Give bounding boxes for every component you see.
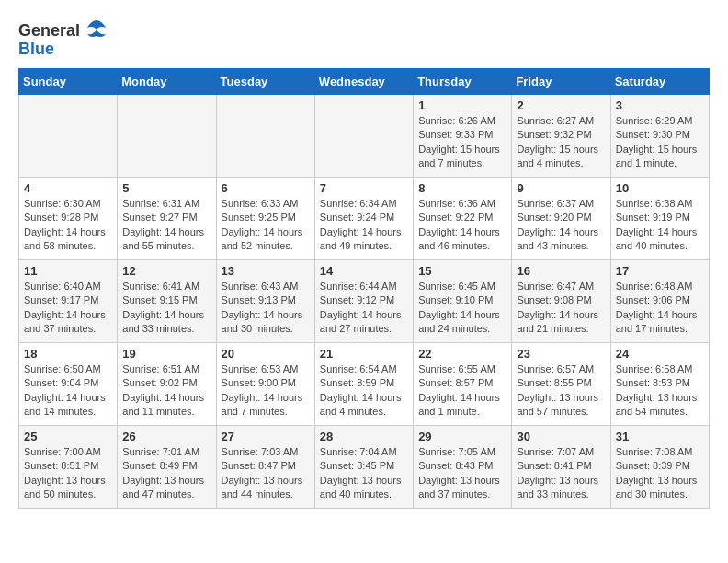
- day-cell: 19Sunrise: 6:51 AM Sunset: 9:02 PM Dayli…: [118, 343, 216, 426]
- day-cell: 31Sunrise: 7:08 AM Sunset: 8:39 PM Dayli…: [610, 426, 709, 509]
- day-content: Sunrise: 6:31 AM Sunset: 9:27 PM Dayligh…: [122, 197, 210, 254]
- day-cell: 30Sunrise: 7:07 AM Sunset: 8:41 PM Dayli…: [512, 426, 610, 509]
- day-cell: 14Sunrise: 6:44 AM Sunset: 9:12 PM Dayli…: [314, 260, 413, 343]
- week-row-5: 25Sunrise: 7:00 AM Sunset: 8:51 PM Dayli…: [19, 426, 710, 509]
- day-cell: 24Sunrise: 6:58 AM Sunset: 8:53 PM Dayli…: [610, 343, 709, 426]
- week-row-2: 4Sunrise: 6:30 AM Sunset: 9:28 PM Daylig…: [19, 178, 710, 260]
- day-number: 6: [222, 181, 310, 195]
- day-content: Sunrise: 6:37 AM Sunset: 9:20 PM Dayligh…: [517, 197, 605, 254]
- day-cell: 22Sunrise: 6:55 AM Sunset: 8:57 PM Dayli…: [414, 343, 512, 426]
- day-number: 28: [320, 430, 408, 443]
- day-number: 29: [418, 430, 506, 443]
- page-header: General Blue: [18, 18, 710, 59]
- day-content: Sunrise: 7:05 AM Sunset: 8:43 PM Dayligh…: [418, 445, 506, 502]
- day-content: Sunrise: 6:41 AM Sunset: 9:15 PM Dayligh…: [122, 280, 210, 337]
- day-content: Sunrise: 6:55 AM Sunset: 8:57 PM Dayligh…: [418, 362, 506, 419]
- day-content: Sunrise: 7:07 AM Sunset: 8:41 PM Dayligh…: [517, 445, 605, 502]
- day-cell: 27Sunrise: 7:03 AM Sunset: 8:47 PM Dayli…: [216, 426, 314, 509]
- header-cell-wednesday: Wednesday: [314, 69, 413, 95]
- day-cell: 3Sunrise: 6:29 AM Sunset: 9:30 PM Daylig…: [610, 95, 709, 178]
- logo-bird-icon: [84, 18, 109, 43]
- day-content: Sunrise: 7:04 AM Sunset: 8:45 PM Dayligh…: [320, 445, 408, 502]
- day-cell: 2Sunrise: 6:27 AM Sunset: 9:32 PM Daylig…: [512, 95, 610, 178]
- day-content: Sunrise: 6:58 AM Sunset: 8:53 PM Dayligh…: [616, 362, 704, 419]
- day-cell: 9Sunrise: 6:37 AM Sunset: 9:20 PM Daylig…: [512, 178, 610, 260]
- day-number: 2: [517, 98, 605, 112]
- header-cell-friday: Friday: [512, 69, 610, 95]
- day-number: 4: [24, 181, 112, 195]
- day-number: 14: [320, 264, 408, 278]
- day-number: 24: [616, 347, 704, 361]
- day-cell: 26Sunrise: 7:01 AM Sunset: 8:49 PM Dayli…: [118, 426, 216, 509]
- day-content: Sunrise: 6:45 AM Sunset: 9:10 PM Dayligh…: [418, 280, 506, 337]
- day-number: 7: [320, 181, 408, 195]
- week-row-3: 11Sunrise: 6:40 AM Sunset: 9:17 PM Dayli…: [19, 260, 710, 343]
- day-content: Sunrise: 6:57 AM Sunset: 8:55 PM Dayligh…: [517, 362, 605, 419]
- day-cell: 20Sunrise: 6:53 AM Sunset: 9:00 PM Dayli…: [216, 343, 314, 426]
- day-number: 30: [517, 430, 605, 443]
- day-cell: 7Sunrise: 6:34 AM Sunset: 9:24 PM Daylig…: [314, 178, 413, 260]
- logo: General Blue: [18, 18, 109, 59]
- day-number: 20: [222, 347, 310, 361]
- day-number: 16: [517, 264, 605, 278]
- day-content: Sunrise: 7:00 AM Sunset: 8:51 PM Dayligh…: [24, 445, 112, 502]
- day-content: Sunrise: 6:44 AM Sunset: 9:12 PM Dayligh…: [320, 280, 408, 337]
- day-cell: 1Sunrise: 6:26 AM Sunset: 9:33 PM Daylig…: [414, 95, 512, 178]
- week-row-4: 18Sunrise: 6:50 AM Sunset: 9:04 PM Dayli…: [19, 343, 710, 426]
- day-content: Sunrise: 6:51 AM Sunset: 9:02 PM Dayligh…: [122, 362, 210, 419]
- day-number: 31: [616, 430, 704, 443]
- day-number: 26: [122, 430, 210, 443]
- day-content: Sunrise: 6:36 AM Sunset: 9:22 PM Dayligh…: [418, 197, 506, 254]
- day-number: 13: [222, 264, 310, 278]
- day-number: 18: [24, 347, 112, 361]
- day-cell: 16Sunrise: 6:47 AM Sunset: 9:08 PM Dayli…: [512, 260, 610, 343]
- day-number: 8: [418, 181, 506, 195]
- day-number: 5: [122, 181, 210, 195]
- day-cell: 13Sunrise: 6:43 AM Sunset: 9:13 PM Dayli…: [216, 260, 314, 343]
- day-cell: [216, 95, 314, 178]
- day-content: Sunrise: 6:33 AM Sunset: 9:25 PM Dayligh…: [222, 197, 310, 254]
- day-content: Sunrise: 7:08 AM Sunset: 8:39 PM Dayligh…: [616, 445, 704, 502]
- day-number: 17: [616, 264, 704, 278]
- day-cell: 6Sunrise: 6:33 AM Sunset: 9:25 PM Daylig…: [216, 178, 314, 260]
- logo-general: General: [18, 21, 80, 40]
- header-cell-monday: Monday: [118, 69, 216, 95]
- day-cell: 28Sunrise: 7:04 AM Sunset: 8:45 PM Dayli…: [314, 426, 413, 509]
- day-number: 1: [418, 98, 506, 112]
- day-cell: [314, 95, 413, 178]
- day-content: Sunrise: 6:29 AM Sunset: 9:30 PM Dayligh…: [616, 114, 704, 171]
- day-cell: 21Sunrise: 6:54 AM Sunset: 8:59 PM Dayli…: [314, 343, 413, 426]
- day-number: 21: [320, 347, 408, 361]
- day-content: Sunrise: 6:48 AM Sunset: 9:06 PM Dayligh…: [616, 280, 704, 337]
- day-cell: 29Sunrise: 7:05 AM Sunset: 8:43 PM Dayli…: [414, 426, 512, 509]
- day-cell: 10Sunrise: 6:38 AM Sunset: 9:19 PM Dayli…: [610, 178, 709, 260]
- header-cell-tuesday: Tuesday: [216, 69, 314, 95]
- day-number: 9: [517, 181, 605, 195]
- day-content: Sunrise: 6:38 AM Sunset: 9:19 PM Dayligh…: [616, 197, 704, 254]
- week-row-1: 1Sunrise: 6:26 AM Sunset: 9:33 PM Daylig…: [19, 95, 710, 178]
- day-number: 19: [122, 347, 210, 361]
- day-content: Sunrise: 6:50 AM Sunset: 9:04 PM Dayligh…: [24, 362, 112, 419]
- day-cell: 12Sunrise: 6:41 AM Sunset: 9:15 PM Dayli…: [118, 260, 216, 343]
- header-cell-sunday: Sunday: [19, 69, 118, 95]
- day-content: Sunrise: 6:53 AM Sunset: 9:00 PM Dayligh…: [222, 362, 310, 419]
- day-content: Sunrise: 6:34 AM Sunset: 9:24 PM Dayligh…: [320, 197, 408, 254]
- day-content: Sunrise: 7:03 AM Sunset: 8:47 PM Dayligh…: [222, 445, 310, 502]
- day-cell: 11Sunrise: 6:40 AM Sunset: 9:17 PM Dayli…: [19, 260, 118, 343]
- day-number: 22: [418, 347, 506, 361]
- day-number: 11: [24, 264, 112, 278]
- day-content: Sunrise: 7:01 AM Sunset: 8:49 PM Dayligh…: [122, 445, 210, 502]
- day-cell: 8Sunrise: 6:36 AM Sunset: 9:22 PM Daylig…: [414, 178, 512, 260]
- day-cell: [19, 95, 118, 178]
- day-number: 3: [616, 98, 704, 112]
- day-number: 10: [616, 181, 704, 195]
- day-content: Sunrise: 6:40 AM Sunset: 9:17 PM Dayligh…: [24, 280, 112, 337]
- day-cell: 17Sunrise: 6:48 AM Sunset: 9:06 PM Dayli…: [610, 260, 709, 343]
- day-content: Sunrise: 6:47 AM Sunset: 9:08 PM Dayligh…: [517, 280, 605, 337]
- day-number: 27: [222, 430, 310, 443]
- day-cell: 18Sunrise: 6:50 AM Sunset: 9:04 PM Dayli…: [19, 343, 118, 426]
- day-number: 23: [517, 347, 605, 361]
- header-row: SundayMondayTuesdayWednesdayThursdayFrid…: [19, 69, 710, 95]
- day-cell: [118, 95, 216, 178]
- day-cell: 5Sunrise: 6:31 AM Sunset: 9:27 PM Daylig…: [118, 178, 216, 260]
